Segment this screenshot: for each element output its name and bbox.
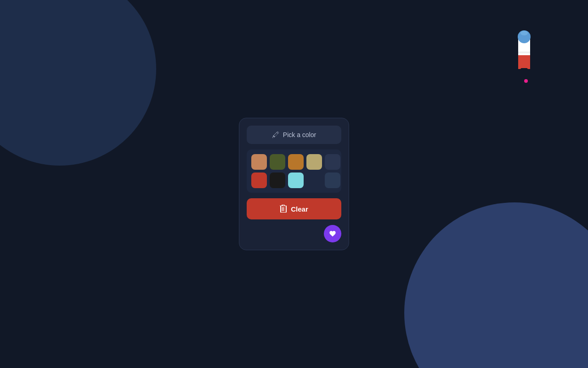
swatch-near-black[interactable] (270, 172, 285, 188)
svg-marker-3 (524, 74, 528, 80)
pick-color-label: Pick a color (283, 131, 316, 138)
bg-circle-left (0, 0, 156, 166)
svg-rect-1 (518, 55, 530, 69)
dropper-icon (505, 18, 547, 83)
clear-button[interactable]: Clear (247, 198, 341, 219)
swatch-khaki[interactable] (306, 154, 322, 170)
fav-btn-row (247, 225, 341, 242)
pick-color-button[interactable]: Pick a color (247, 126, 341, 144)
swatches-grid (247, 150, 341, 193)
svg-rect-2 (520, 68, 528, 74)
swatch-tan-brown[interactable] (251, 154, 267, 170)
swatch-dark-navy-2[interactable] (306, 172, 322, 188)
swatch-light-cyan[interactable] (288, 172, 304, 188)
clear-label: Clear (291, 205, 308, 213)
swatch-red[interactable] (251, 172, 267, 188)
swatch-dark-navy-1[interactable] (325, 154, 340, 170)
svg-rect-6 (518, 52, 530, 53)
swatch-dark-navy-3[interactable] (325, 172, 340, 188)
svg-point-7 (524, 79, 528, 83)
favorite-button[interactable] (324, 225, 341, 242)
pen-icon (272, 131, 279, 138)
color-picker-card: Pick a color Clear (239, 118, 349, 250)
heart-icon (329, 230, 336, 237)
swatch-golden-brown[interactable] (288, 154, 304, 170)
swatch-olive-green[interactable] (270, 154, 285, 170)
bg-circle-bottom-right (404, 202, 588, 368)
svg-point-5 (520, 31, 528, 35)
trash-icon (280, 205, 287, 213)
